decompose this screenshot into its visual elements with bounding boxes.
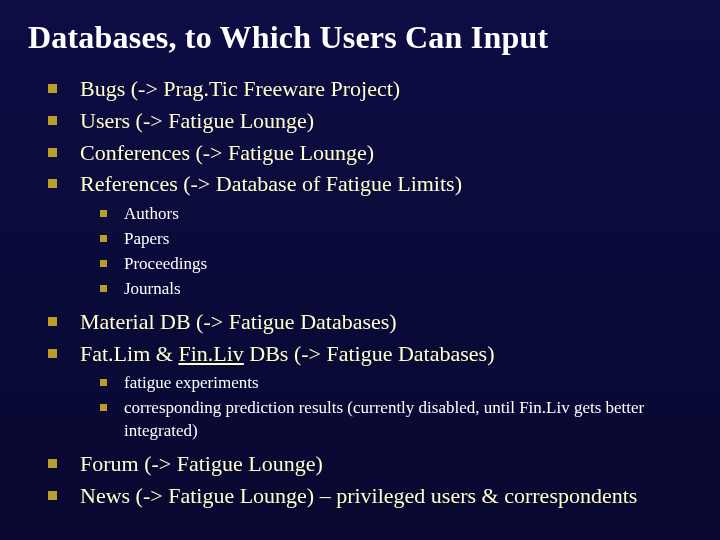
bullet-bugs: Bugs (-> Prag.Tic Freeware Project) [40,74,692,104]
bullet-users: Users (-> Fatigue Lounge) [40,106,692,136]
bullet-text: Papers [124,229,169,248]
bullet-list-level1-c: Forum (-> Fatigue Lounge) News (-> Fatig… [40,449,692,510]
slide-title: Databases, to Which Users Can Input [28,18,692,56]
bullet-text: corresponding prediction results (curren… [124,398,644,440]
bullet-text: Journals [124,279,181,298]
bullet-text: News (-> Fatigue Lounge) – privileged us… [80,483,637,508]
bullet-conferences: Conferences (-> Fatigue Lounge) [40,138,692,168]
bullet-text-pre: Fat.Lim & [80,341,178,366]
bullet-text-post: DBs (-> Fatigue Databases) [244,341,495,366]
bullet-references: References (-> Database of Fatigue Limit… [40,169,692,199]
bullet-text: Conferences (-> Fatigue Lounge) [80,140,374,165]
bullet-text: References (-> Database of Fatigue Limit… [80,171,462,196]
sub-bullet-authors: Authors [96,203,692,226]
bullet-text: Forum (-> Fatigue Lounge) [80,451,323,476]
bullet-text: Users (-> Fatigue Lounge) [80,108,314,133]
bullet-text: fatigue experiments [124,373,259,392]
bullet-news: News (-> Fatigue Lounge) – privileged us… [40,481,692,511]
sub-bullet-prediction: corresponding prediction results (curren… [96,397,692,443]
bullet-list-level2-dbs: fatigue experiments corresponding predic… [96,372,692,443]
sub-bullet-experiments: fatigue experiments [96,372,692,395]
sub-bullet-proceedings: Proceedings [96,253,692,276]
bullet-text: Material DB (-> Fatigue Databases) [80,309,397,334]
bullet-forum: Forum (-> Fatigue Lounge) [40,449,692,479]
bullet-fatlim-finliv: Fat.Lim & Fin.Liv DBs (-> Fatigue Databa… [40,339,692,369]
sub-bullet-journals: Journals [96,278,692,301]
bullet-text: Bugs (-> Prag.Tic Freeware Project) [80,76,400,101]
slide: Databases, to Which Users Can Input Bugs… [0,0,720,540]
sub-bullet-papers: Papers [96,228,692,251]
bullet-material-db: Material DB (-> Fatigue Databases) [40,307,692,337]
bullet-list-level1-b: Material DB (-> Fatigue Databases) Fat.L… [40,307,692,368]
bullet-text-underline: Fin.Liv [178,341,243,366]
bullet-text: Proceedings [124,254,207,273]
bullet-list-level1: Bugs (-> Prag.Tic Freeware Project) User… [40,74,692,199]
bullet-text: Authors [124,204,179,223]
bullet-list-level2-refs: Authors Papers Proceedings Journals [96,203,692,301]
